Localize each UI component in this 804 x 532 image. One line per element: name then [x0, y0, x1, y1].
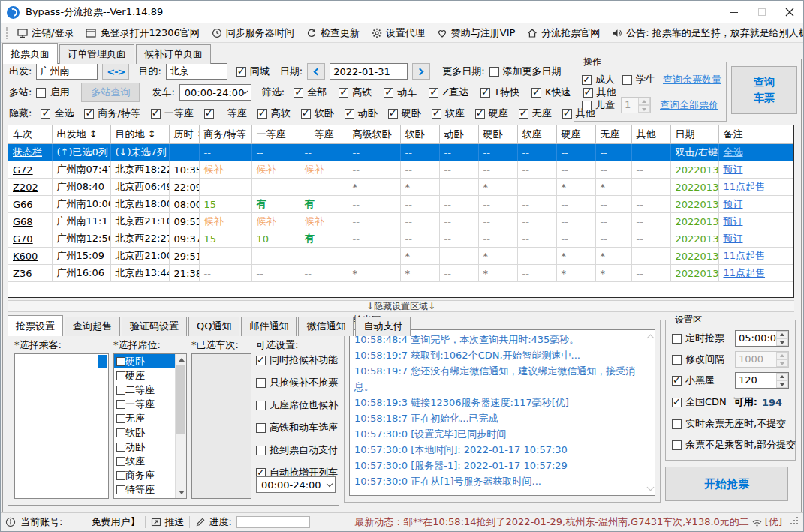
checkbox[interactable] [345, 109, 354, 119]
table-row[interactable]: K600广州15:09北京西21:0029:51--------*--*--**… [8, 248, 793, 265]
hide-checkbox[interactable]: 高软 [257, 107, 291, 120]
scroll-thumb[interactable] [176, 365, 185, 434]
checkbox[interactable] [116, 471, 125, 480]
column-header[interactable]: 商务/特等 [199, 125, 251, 144]
seat-list-item[interactable]: 软座 [114, 454, 175, 468]
checkbox[interactable] [384, 88, 393, 98]
toolbar-item[interactable]: 同步服务器时间 [206, 25, 300, 41]
toolbar-item[interactable]: 检查更新 [300, 25, 366, 41]
scroll-up-icon[interactable] [179, 358, 185, 362]
column-header[interactable]: 软卧 [400, 125, 439, 144]
spin-up[interactable] [776, 331, 788, 338]
passenger-list[interactable] [14, 353, 109, 499]
filter-checkbox[interactable]: Z直达 [429, 86, 468, 99]
filter-checkbox[interactable]: 高铁 [339, 86, 372, 99]
checkbox[interactable] [672, 440, 682, 450]
toolbar-item[interactable]: 公告: 抢票靠的是坚持，放弃就是给别人机会！ [606, 25, 804, 41]
status-row[interactable]: 状态栏(↑)已选0列(↓)未选7列--------------------双击/… [8, 144, 793, 161]
seat-list-item[interactable]: 二等座 [114, 383, 175, 397]
checkbox[interactable] [116, 386, 125, 395]
checkbox[interactable] [204, 109, 214, 119]
select-all-link[interactable]: 全选 [724, 146, 743, 158]
settings-tab-2[interactable]: 验证码设置 [122, 317, 187, 336]
grab-option-checkbox[interactable]: 抢到票自动支付 [256, 443, 337, 457]
column-header[interactable]: 硬卧 [478, 125, 517, 144]
hide-checkbox[interactable]: 软座 [432, 107, 465, 120]
settings-checkbox[interactable]: 实时余票无座时,不提交 [672, 417, 786, 431]
checkbox[interactable] [672, 376, 682, 386]
train-number-link[interactable]: G68 [13, 216, 33, 227]
hide-checkbox[interactable]: 商务/特等 [84, 107, 140, 120]
checkbox[interactable] [116, 371, 125, 380]
multi-station-query-button[interactable]: 多站查询 [81, 83, 140, 102]
hide-checkbox[interactable]: 无座 [519, 107, 552, 120]
checkbox[interactable] [432, 109, 441, 119]
grab-option-checkbox[interactable]: 只抢候补不抢票 [256, 376, 337, 389]
start-grab-button[interactable]: 开始抢票 [665, 467, 788, 501]
checkbox[interactable] [116, 400, 125, 409]
hide-checkbox[interactable]: 硬座 [475, 107, 508, 120]
checkbox[interactable] [116, 414, 125, 423]
checkbox[interactable] [256, 401, 266, 410]
checkbox[interactable] [256, 356, 266, 365]
checkbox[interactable] [116, 428, 125, 437]
column-header[interactable]: 软座 [517, 125, 556, 144]
next-date-button[interactable] [412, 63, 430, 80]
checkbox[interactable] [84, 109, 94, 119]
toolbar-item[interactable]: 免登录打开12306官网 [80, 25, 205, 41]
minimize-button[interactable] [720, 1, 748, 23]
seat-list-item[interactable]: 特等座 [114, 482, 175, 497]
main-tab-1[interactable]: 订单管理页面 [59, 44, 134, 64]
train-number-link[interactable]: G66 [13, 199, 33, 210]
adult-checkbox[interactable]: 成人 [582, 73, 615, 86]
spinner[interactable]: 1000 [735, 351, 789, 368]
checkbox[interactable] [489, 67, 499, 77]
toolbar-item[interactable]: 注销/登录 [11, 25, 80, 41]
spin-down[interactable] [638, 105, 650, 113]
table-row[interactable]: Z202广州08:40北京西06:4922:09------**--*--**-… [8, 179, 793, 196]
column-header[interactable]: 二等座 [300, 125, 348, 144]
filter-checkbox[interactable]: 全部 [294, 86, 327, 99]
maximize-button[interactable] [748, 1, 775, 23]
settings-checkbox[interactable]: 小黑屋 [672, 374, 715, 387]
settings-checkbox[interactable]: 余票不足乘客时,部分提交 [672, 438, 796, 452]
checkbox[interactable] [562, 109, 572, 119]
seat-list-item[interactable]: 商务座 [114, 468, 175, 482]
remark-link[interactable]: 11点起售 [724, 250, 766, 261]
spin-up[interactable] [638, 98, 650, 105]
table-row[interactable]: G70广州南12:50北京西22:2709:371510有-----------… [8, 230, 793, 248]
depart-input[interactable] [36, 63, 98, 80]
query-remaining-link[interactable]: 查询余票数量 [663, 73, 721, 86]
spin-down[interactable] [776, 380, 788, 388]
checkbox[interactable] [116, 357, 125, 366]
checkbox[interactable] [672, 419, 682, 429]
hide-checkbox[interactable]: 软卧 [301, 107, 334, 120]
checkbox[interactable] [582, 101, 592, 110]
checkbox[interactable] [388, 109, 398, 119]
checkbox[interactable] [475, 109, 485, 119]
student-checkbox[interactable]: 学生 [622, 73, 655, 86]
seat-list-item[interactable]: 硬卧 [114, 354, 175, 368]
close-button[interactable] [775, 1, 803, 23]
remark-link[interactable]: 预订 [724, 164, 743, 175]
add-more-dates-checkbox[interactable]: 添加更多日期 [489, 65, 562, 78]
hide-checkbox[interactable]: 一等座 [151, 107, 194, 120]
checkbox[interactable] [429, 88, 438, 98]
seat-list-item[interactable]: 硬座 [114, 368, 175, 383]
settings-tab-5[interactable]: 微信通知 [298, 317, 354, 336]
seat-list-item[interactable]: 软卧 [114, 425, 175, 440]
hide-checkbox[interactable]: 硬卧 [388, 107, 421, 120]
checkbox[interactable] [236, 67, 246, 77]
checkbox[interactable] [672, 334, 682, 344]
settings-checkbox[interactable]: 修改间隔 [672, 353, 724, 366]
main-tab-2[interactable]: 候补订单页面 [136, 44, 211, 64]
depart-time-select[interactable]: 00:00-24:00 [179, 84, 251, 101]
checkbox[interactable] [480, 88, 490, 98]
grab-time-range-select[interactable]: 00:00-24:00 [256, 476, 336, 493]
column-header[interactable]: 动卧 [439, 125, 478, 144]
column-header[interactable]: 目的地 ↕ [110, 125, 169, 144]
column-header[interactable]: 车次 [8, 125, 52, 144]
toolbar-item[interactable]: 设置代理 [366, 25, 431, 41]
checkbox[interactable] [256, 423, 266, 433]
child-count-stepper[interactable]: 1 [621, 97, 651, 113]
